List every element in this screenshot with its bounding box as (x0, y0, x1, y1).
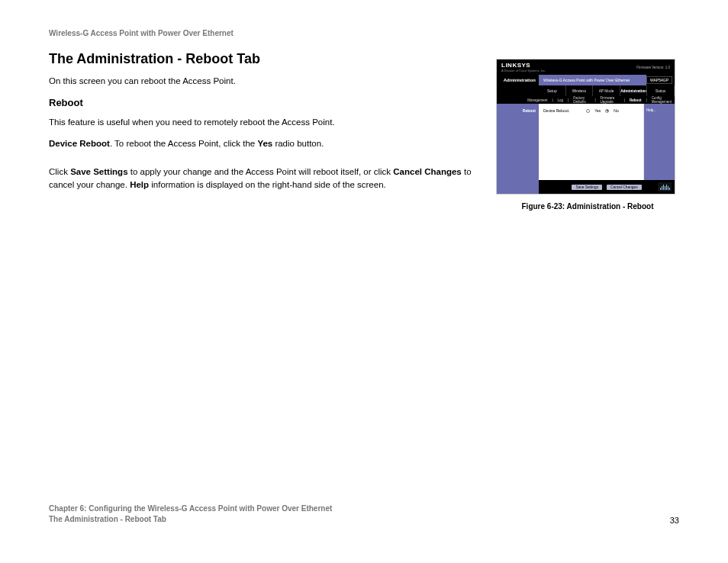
intro-text: On this screen you can reboot the Access… (49, 75, 473, 88)
fig-bottom: Save Settings Cancel Changes (497, 180, 675, 194)
text: information is displayed on the right-ha… (149, 180, 386, 189)
footer-section: The Administration - Reboot Tab (49, 514, 332, 525)
subtab: Factory Defaults (571, 96, 592, 104)
product-text: Wireless-G Access Point with Power Over … (543, 78, 630, 82)
paragraph-2: Device Reboot. To reboot the Access Poin… (49, 137, 473, 150)
fig-tabs: Setup Wireless AP Mode Administration St… (497, 85, 675, 96)
radio-no (605, 109, 609, 113)
paragraph-3: Click Save Settings to apply your change… (49, 166, 473, 191)
text: Click (49, 167, 70, 176)
opt-yes: Yes (594, 108, 601, 113)
page-title: The Administration - Reboot Tab (49, 51, 473, 67)
save-button: Save Settings (572, 185, 602, 190)
text: to apply your change and the Access Poin… (128, 167, 394, 176)
radio-yes (586, 109, 590, 113)
tab-apmode: AP Mode (593, 85, 620, 96)
paragraph-1: This feature is useful when you need to … (49, 116, 473, 129)
figure-column: LINKSYS A Division of Cisco Systems, Inc… (496, 51, 679, 211)
field-label: Device Reboot: (543, 108, 569, 113)
firmware-version: Firmware Version: 1.0 (636, 66, 670, 69)
text: radio button. (272, 139, 324, 148)
fig-form: Device Reboot: Yes No (539, 104, 644, 180)
yes-label: Yes (257, 139, 272, 148)
page-number: 33 (670, 516, 679, 525)
fig-body: Reboot Device Reboot: Yes No Help... (497, 104, 675, 180)
subtab: Firmware Upgrade (598, 96, 622, 104)
fig-subtabs: Management | Log | Factory Defaults | Fi… (497, 96, 675, 104)
model-badge: WAP54GP (646, 76, 672, 84)
fig-header: LINKSYS A Division of Cisco Systems, Inc… (497, 60, 675, 75)
linksys-logo: LINKSYS (501, 62, 546, 69)
subtab: Config Management (649, 96, 675, 104)
tab-status: Status (647, 85, 675, 96)
section-label: Administration (497, 78, 539, 82)
subtab: Management (525, 96, 549, 104)
fig-title-row: Administration Wireless-G Access Point w… (497, 75, 675, 85)
cancel-changes-label: Cancel Changes (393, 167, 461, 176)
text: . To reboot the Access Point, click the (110, 139, 257, 148)
save-settings-label: Save Settings (70, 167, 127, 176)
cisco-logo-icon (658, 182, 672, 191)
footer-chapter: Chapter 6: Configuring the Wireless-G Ac… (49, 503, 332, 514)
opt-no: No (614, 108, 618, 113)
help-label: Help (130, 180, 149, 189)
running-header: Wireless-G Access Point with Power Over … (49, 29, 679, 37)
tab-setup: Setup (539, 85, 566, 96)
product-name: Wireless-G Access Point with Power Over … (539, 75, 646, 85)
figure-screenshot: LINKSYS A Division of Cisco Systems, Inc… (496, 59, 675, 195)
main-content: The Administration - Reboot Tab On this … (49, 51, 473, 211)
device-reboot-label: Device Reboot (49, 139, 110, 148)
figure-caption: Figure 6-23: Administration - Reboot (496, 202, 679, 211)
subtab: Log (556, 96, 566, 104)
subheading: Reboot (49, 97, 473, 108)
fig-help: Help... (644, 104, 675, 180)
page-footer: Chapter 6: Configuring the Wireless-G Ac… (49, 503, 679, 525)
tagline: A Division of Cisco Systems, Inc. (501, 69, 546, 72)
fig-side-label: Reboot (497, 104, 539, 180)
cancel-button: Cancel Changes (607, 185, 641, 190)
tab-wireless: Wireless (566, 85, 594, 96)
subtab-active: Reboot (627, 96, 644, 104)
tab-administration: Administration (620, 85, 648, 96)
